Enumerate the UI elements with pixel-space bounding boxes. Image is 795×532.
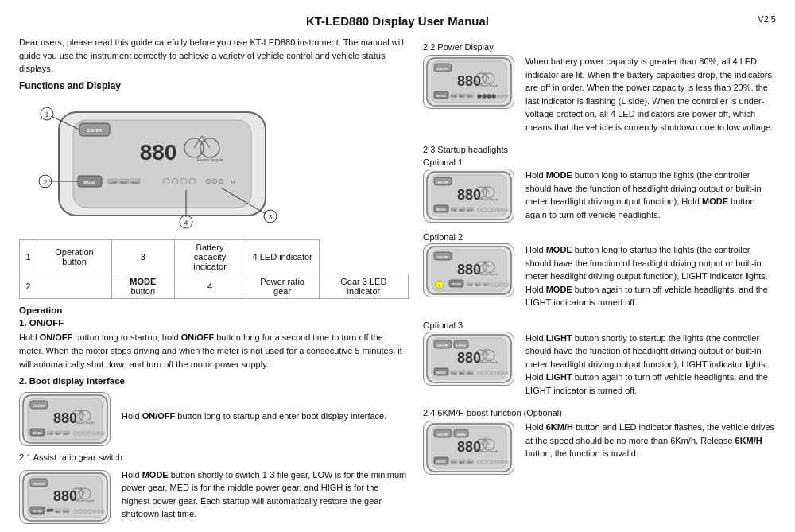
svg-point-25	[219, 179, 223, 184]
svg-text:ON/OFF: ON/OFF	[436, 344, 449, 348]
section21-display-img: ON/OFF 880 Electric bicycle MODE LOW MED…	[19, 470, 111, 524]
svg-point-113	[505, 95, 508, 98]
svg-text:LOW: LOW	[451, 95, 456, 99]
optional2-svg: ON/OFF 880 Electric bicycle ☀ MODE LOW	[425, 245, 513, 296]
optional2-block: ON/OFF 880 Electric bicycle ☀ MODE LOW	[423, 243, 776, 314]
optional1-label: Optional 1	[423, 157, 776, 167]
svg-text:880: 880	[140, 140, 177, 165]
svg-text:ON/OFF: ON/OFF	[436, 433, 449, 437]
part-detail-4: Gear 3 LED indicator	[319, 274, 408, 298]
section21-title: 2.1 Assist ratio gear switch	[19, 452, 409, 462]
svg-point-212	[487, 460, 491, 464]
svg-text:Electric bicycle: Electric bicycle	[76, 421, 94, 425]
svg-text:HIGH: HIGH	[467, 372, 473, 375]
optional1-display-img: ON/OFF 880 Electric bicycle MODE LOW MED…	[423, 169, 514, 223]
svg-point-62	[97, 432, 100, 435]
svg-point-20	[172, 178, 178, 184]
svg-text:ON/OFF: ON/OFF	[33, 404, 45, 408]
svg-text:H: H	[231, 180, 235, 184]
svg-text:MODE: MODE	[33, 509, 42, 513]
optional1-svg: ON/OFF 880 Electric bicycle MODE LOW MED…	[425, 170, 513, 221]
optional2-text: Hold MODE button long to startup the lig…	[525, 243, 776, 309]
part-name-2	[37, 274, 112, 298]
svg-point-184	[482, 371, 486, 375]
op2-text: Hold ON/OFF button long to startup and e…	[122, 410, 386, 423]
svg-point-213	[491, 460, 495, 464]
part-num-2: 2	[20, 274, 37, 298]
section22-svg: ON/OFF 880 Electric bicycle MODE LOW MED…	[425, 56, 513, 107]
optional3-display-img: ON/OFF LIGHT 880 Electric bicycle MODE L	[423, 332, 514, 386]
section22-display-img: ON/OFF 880 Electric bicycle MODE LOW MED…	[423, 55, 514, 109]
svg-text:MODE: MODE	[84, 180, 97, 184]
svg-text:ON/OFF: ON/OFF	[436, 181, 449, 184]
svg-text:MED: MED	[459, 95, 465, 99]
svg-point-82	[73, 509, 77, 513]
section24-svg: ON/OFF 6KM/H 880 Electric bicycle MODE L	[425, 422, 513, 473]
svg-point-58	[78, 431, 82, 435]
svg-text:HIGH: HIGH	[483, 284, 489, 287]
optional3-svg: ON/OFF LIGHT 880 Electric bicycle MODE L	[425, 333, 513, 384]
svg-point-216	[505, 460, 508, 464]
svg-text:HIGH: HIGH	[467, 461, 473, 464]
svg-point-185	[487, 371, 491, 375]
svg-text:ON/OFF: ON/OFF	[33, 482, 45, 486]
svg-text:MODE: MODE	[436, 371, 446, 375]
section22-block: ON/OFF 880 Electric bicycle MODE LOW MED…	[423, 55, 776, 138]
part-num-3: 3	[111, 239, 174, 274]
svg-point-134	[487, 208, 491, 212]
svg-point-108	[482, 95, 486, 99]
svg-text:MED: MED	[459, 461, 465, 464]
svg-text:LOW: LOW	[109, 181, 116, 184]
svg-text:880: 880	[456, 439, 480, 455]
svg-point-189	[505, 371, 508, 375]
section24-block: ON/OFF 6KM/H 880 Electric bicycle MODE L	[423, 421, 776, 475]
svg-text:MED: MED	[475, 284, 481, 287]
svg-text:880: 880	[456, 73, 480, 89]
svg-text:Electric bicycle: Electric bicycle	[479, 84, 498, 87]
svg-point-110	[491, 95, 495, 99]
svg-point-83	[78, 509, 82, 513]
section24-display-img: ON/OFF 6KM/H 880 Electric bicycle MODE L	[423, 421, 514, 475]
svg-text:LOW: LOW	[451, 461, 456, 464]
optional1-text: Hold MODE button long to startup the lig…	[525, 169, 776, 221]
svg-point-159	[490, 283, 494, 287]
right-column: 2.2 Power Display ON/OFF 880 Electric bi…	[423, 36, 776, 532]
svg-point-162	[504, 283, 508, 287]
svg-text:HIGH: HIGH	[131, 181, 139, 184]
svg-text:LOW: LOW	[47, 511, 52, 514]
svg-text:Electric bicycle: Electric bicycle	[479, 273, 498, 276]
svg-text:Electric bicycle: Electric bicycle	[479, 450, 498, 453]
svg-point-136	[497, 208, 500, 212]
svg-point-109	[487, 95, 491, 99]
main-display-diagram: ON/OFF 880 Electric bicycle MODE LOW	[35, 96, 305, 233]
section21-text: Hold MODE button shortly to switch 1-3 f…	[122, 468, 409, 521]
optional1-block: ON/OFF 880 Electric bicycle MODE LOW MED…	[423, 169, 776, 226]
svg-text:880: 880	[52, 488, 76, 504]
svg-point-186	[491, 371, 495, 375]
svg-point-84	[83, 509, 87, 513]
boot-row: ON/OFF 880 Electric bicycle MODE LOW MED…	[19, 392, 409, 446]
svg-point-183	[477, 371, 481, 375]
svg-point-133	[482, 208, 486, 212]
svg-text:MED: MED	[459, 209, 465, 212]
svg-text:Electric bicycle: Electric bicycle	[479, 198, 498, 201]
svg-point-138	[505, 208, 508, 212]
svg-text:MODE: MODE	[436, 460, 446, 464]
intro-text: Dear users, please read this guide caref…	[19, 36, 409, 76]
op1-title: 1. ON/OFF	[19, 318, 409, 328]
svg-text:MED: MED	[55, 511, 61, 514]
boot-display-img: ON/OFF 880 Electric bicycle MODE LOW MED…	[19, 392, 111, 446]
svg-text:LOW: LOW	[451, 372, 456, 375]
svg-point-22	[189, 178, 196, 184]
boot-svg: ON/OFF 880 Electric bicycle MODE LOW MED…	[21, 394, 109, 445]
section22-text: When battery power capacity is greater t…	[525, 55, 776, 134]
parts-table: 1 Operation button 3 Battery capacityind…	[19, 239, 409, 299]
svg-text:LOW: LOW	[47, 433, 52, 436]
part-name-1: Operation button	[37, 239, 112, 274]
svg-text:880: 880	[456, 262, 480, 278]
part-name-4: Power ratio gear	[246, 274, 319, 298]
svg-text:880: 880	[52, 410, 76, 426]
version-label: V2.5	[758, 14, 776, 24]
optional3-label: Optional 3	[423, 320, 776, 330]
part-detail-3: 4 LED indicator	[246, 239, 319, 274]
